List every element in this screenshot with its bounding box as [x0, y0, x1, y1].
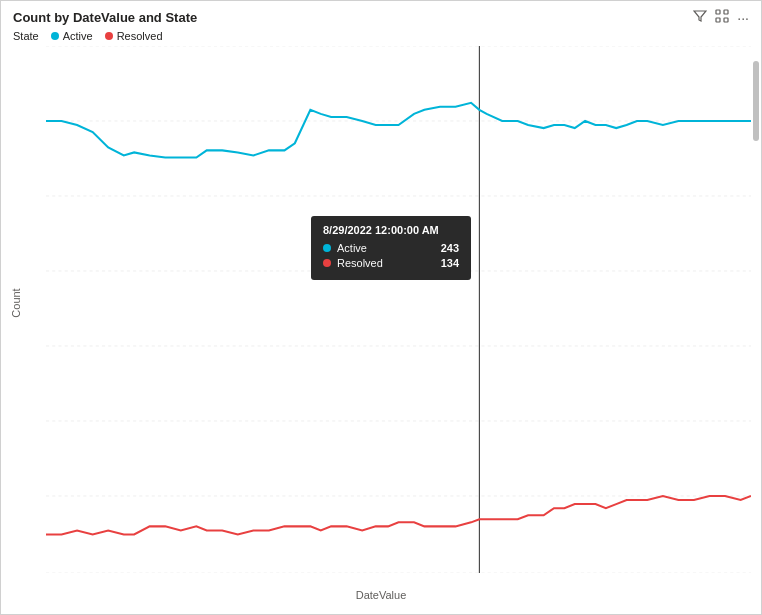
legend: State Active Resolved: [1, 30, 761, 46]
chart-icons: ···: [693, 9, 749, 26]
scrollbar-right[interactable]: [753, 61, 759, 141]
x-axis-label: DateValue: [356, 589, 407, 601]
svg-rect-3: [724, 18, 728, 22]
y-axis-label: Count: [10, 288, 22, 317]
legend-label-active: Active: [63, 30, 93, 42]
chart-title: Count by DateValue and State: [13, 10, 197, 25]
svg-rect-2: [716, 18, 720, 22]
legend-state-label: State: [13, 30, 39, 42]
chart-container: Count by DateValue and State ··· State A…: [0, 0, 762, 615]
chart-header: Count by DateValue and State ···: [1, 1, 761, 30]
svg-rect-0: [716, 10, 720, 14]
legend-dot-resolved: [105, 32, 113, 40]
legend-label-resolved: Resolved: [117, 30, 163, 42]
svg-rect-1: [724, 10, 728, 14]
legend-item-active: Active: [51, 30, 93, 42]
chart-svg: 260 240 220 200 180 160 140 120 Apr 2022…: [46, 46, 751, 573]
legend-item-resolved: Resolved: [105, 30, 163, 42]
more-options-icon[interactable]: ···: [737, 10, 749, 26]
chart-area: Count 260 240 220 200 180 160 140 120: [1, 46, 761, 603]
focus-mode-icon[interactable]: [715, 9, 729, 26]
filter-icon[interactable]: [693, 9, 707, 26]
legend-dot-active: [51, 32, 59, 40]
